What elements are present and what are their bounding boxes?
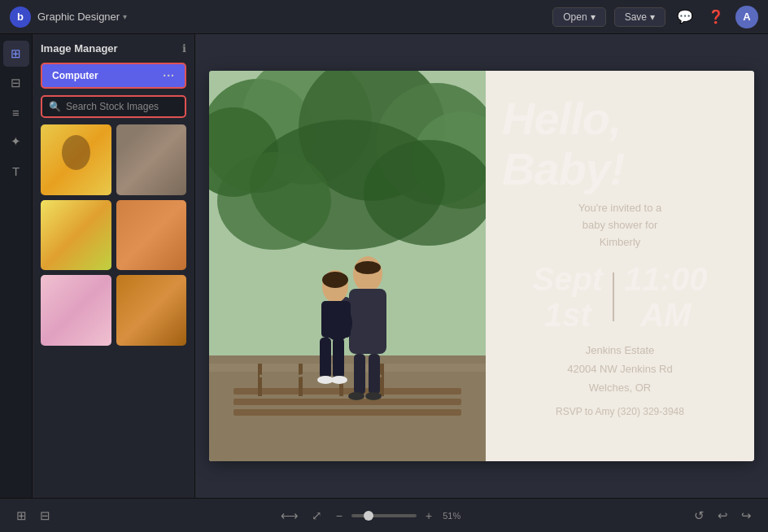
svg-point-8 bbox=[217, 152, 331, 250]
bottom-center: ⟷ ⤢ − + 51% bbox=[277, 505, 467, 526]
bottom-right: ↺ ↩ ↪ bbox=[691, 505, 755, 526]
svg-rect-15 bbox=[258, 364, 262, 396]
app-title-text: Graphic Designer bbox=[37, 11, 120, 23]
svg-rect-24 bbox=[373, 297, 383, 338]
card-photo bbox=[209, 71, 486, 461]
bottombar: ⊞ ⊟ ⟷ ⤢ − + 51% ↺ ↩ ↪ bbox=[0, 498, 768, 532]
avatar-label: A bbox=[743, 11, 750, 23]
image-thumb-4[interactable] bbox=[116, 200, 187, 271]
card-text: Hello, Baby! You're invited to a baby sh… bbox=[486, 71, 754, 461]
image-thumb-1[interactable] bbox=[41, 124, 111, 195]
save-label: Save bbox=[625, 11, 647, 23]
panel-title: Image Manager bbox=[41, 42, 118, 55]
svg-rect-22 bbox=[369, 354, 380, 395]
zoom-controls: − + bbox=[332, 508, 436, 524]
date-text: Sept 1st bbox=[533, 261, 604, 333]
search-icon: 🔍 bbox=[49, 101, 61, 112]
fit-height-icon[interactable]: ⤢ bbox=[308, 505, 325, 526]
topbar-left: b Graphic Designer ▾ bbox=[10, 7, 127, 28]
zoom-percent: 51% bbox=[443, 511, 467, 521]
save-button[interactable]: Save ▾ bbox=[614, 7, 665, 27]
svg-rect-13 bbox=[233, 399, 461, 405]
canvas-area[interactable]: Hello, Baby! You're invited to a baby sh… bbox=[195, 34, 768, 498]
left-panel: Image Manager ℹ Computer ··· 🔍 bbox=[33, 34, 195, 498]
svg-point-32 bbox=[348, 392, 364, 400]
chat-icon[interactable]: 💬 bbox=[674, 6, 696, 28]
icon-rail: ⊞ ⊟ ≡ ✦ T bbox=[0, 34, 33, 498]
chevron-down-icon: ▾ bbox=[123, 12, 127, 21]
search-stock-input-wrap[interactable]: 🔍 bbox=[41, 95, 186, 118]
main: ⊞ ⊟ ≡ ✦ T Image Manager ℹ Computer ··· 🔍 bbox=[0, 34, 768, 498]
app-logo: b bbox=[10, 7, 31, 28]
grid-icon[interactable]: ⊞ bbox=[13, 505, 30, 526]
svg-point-31 bbox=[331, 376, 347, 384]
svg-point-33 bbox=[365, 392, 382, 400]
image-manager-icon[interactable]: ⊞ bbox=[3, 41, 29, 67]
layers-icon[interactable]: ≡ bbox=[3, 99, 29, 125]
svg-rect-11 bbox=[209, 364, 486, 372]
invite-text: You're invited to a baby shower for Kimb… bbox=[502, 200, 738, 251]
computer-button[interactable]: Computer ··· bbox=[41, 63, 186, 89]
image-thumb-3[interactable] bbox=[41, 200, 111, 271]
app-title-btn[interactable]: Graphic Designer ▾ bbox=[37, 11, 127, 23]
panel-header: Image Manager ℹ bbox=[41, 42, 186, 55]
open-label: Open bbox=[563, 11, 587, 23]
topbar-right: Open ▾ Save ▾ 💬 ❓ A bbox=[552, 6, 758, 28]
bottom-left: ⊞ ⊟ bbox=[13, 505, 54, 526]
computer-label: Computer bbox=[52, 70, 98, 81]
date-divider bbox=[613, 273, 614, 321]
open-chevron-icon: ▾ bbox=[591, 11, 596, 23]
hello-text: Hello, Baby! bbox=[502, 94, 738, 194]
more-options-icon: ··· bbox=[163, 69, 175, 82]
redo-icon[interactable]: ↪ bbox=[738, 505, 755, 526]
text-icon[interactable]: T bbox=[3, 158, 29, 184]
design-card: Hello, Baby! You're invited to a baby sh… bbox=[209, 71, 754, 461]
rsvp-text: RSVP to Amy (320) 329-3948 bbox=[502, 406, 738, 417]
svg-rect-18 bbox=[380, 364, 384, 396]
time-text: 11:00 AM bbox=[624, 261, 707, 333]
svg-rect-28 bbox=[320, 338, 331, 378]
undo-icon[interactable]: ↩ bbox=[714, 505, 731, 526]
fit-width-icon[interactable]: ⟷ bbox=[277, 505, 302, 526]
help-icon[interactable]: ❓ bbox=[705, 6, 727, 28]
date-row: Sept 1st 11:00 AM bbox=[502, 261, 738, 333]
image-thumb-2[interactable] bbox=[116, 124, 187, 195]
svg-point-35 bbox=[355, 261, 381, 274]
elements-icon[interactable]: ✦ bbox=[3, 129, 29, 155]
image-grid bbox=[41, 124, 186, 346]
topbar: b Graphic Designer ▾ Open ▾ Save ▾ 💬 ❓ A bbox=[0, 0, 768, 34]
info-icon[interactable]: ℹ bbox=[182, 42, 186, 55]
image-thumb-6[interactable] bbox=[116, 275, 187, 346]
svg-rect-14 bbox=[233, 409, 461, 416]
location-text: Jenkins Estate 42004 NW Jenkins Rd Welch… bbox=[502, 341, 738, 398]
svg-point-27 bbox=[323, 305, 352, 341]
save-chevron-icon: ▾ bbox=[650, 11, 655, 23]
card-photo-inner bbox=[209, 71, 486, 461]
refresh-icon[interactable]: ↺ bbox=[691, 505, 708, 526]
zoom-slider[interactable] bbox=[351, 514, 417, 517]
search-stock-input[interactable] bbox=[66, 101, 178, 112]
svg-point-34 bbox=[322, 272, 348, 288]
svg-rect-21 bbox=[354, 354, 365, 395]
template-icon[interactable]: ⊟ bbox=[3, 70, 29, 96]
svg-rect-16 bbox=[299, 364, 303, 396]
open-button[interactable]: Open ▾ bbox=[552, 7, 605, 27]
zoom-in-button[interactable]: + bbox=[421, 508, 436, 524]
avatar[interactable]: A bbox=[735, 6, 758, 28]
layout-icon[interactable]: ⊟ bbox=[37, 505, 54, 526]
svg-rect-12 bbox=[233, 388, 461, 395]
zoom-out-button[interactable]: − bbox=[332, 508, 347, 524]
svg-rect-29 bbox=[333, 338, 344, 378]
image-thumb-5[interactable] bbox=[41, 275, 111, 346]
